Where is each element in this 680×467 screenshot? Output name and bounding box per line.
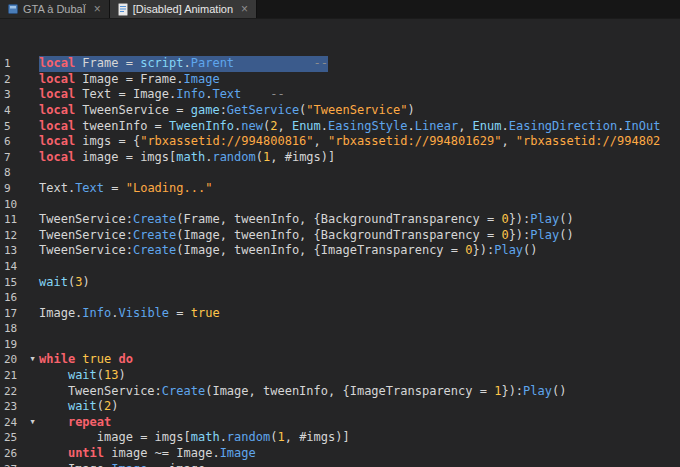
token-p: Image: [111, 462, 147, 467]
token-t: (: [97, 399, 104, 413]
code-line[interactable]: 15wait(3): [0, 275, 680, 291]
line-number: 5: [0, 119, 26, 135]
code-line[interactable]: 1local Frame = script.Parent --: [0, 56, 680, 72]
token-b: math: [191, 430, 220, 444]
fold-spacer: [26, 368, 39, 384]
token-t: (Image, tweenInfo, {ImageTransparency =: [176, 243, 465, 257]
line-number: 10: [0, 197, 26, 213]
token-k: local: [39, 56, 75, 70]
token-t: , #imgs)]: [270, 150, 335, 164]
line-number: 17: [0, 306, 26, 322]
token-p: EasingStyle: [328, 119, 407, 133]
token-t: (Image, tweenInfo, {ImageTransparency =: [205, 384, 494, 398]
token-k: repeat: [68, 415, 111, 429]
token-n: 0: [501, 212, 508, 226]
code-line[interactable]: 17Image.Info.Visible = true: [0, 306, 680, 322]
token-t: (): [523, 243, 537, 257]
code-line[interactable]: 18: [0, 321, 680, 337]
token-p: new: [241, 119, 263, 133]
code-line[interactable]: 19: [0, 337, 680, 353]
token-t: (): [559, 212, 573, 226]
line-number: 7: [0, 150, 26, 166]
line-number: 11: [0, 212, 26, 228]
code-text: local Text = Image.Info.Text --: [39, 87, 285, 103]
code-line[interactable]: 14: [0, 259, 680, 275]
line-number: 23: [0, 399, 26, 415]
code-line[interactable]: 10: [0, 197, 680, 213]
code-line[interactable]: 23 wait(2): [0, 399, 680, 415]
code-line[interactable]: 16: [0, 290, 680, 306]
token-t: TweenService:: [39, 212, 133, 226]
token-p: GetService: [227, 103, 299, 117]
token-t: , #imgs)]: [285, 430, 350, 444]
token-k: while: [39, 352, 75, 366]
token-t: .: [184, 56, 191, 70]
fold-arrow-icon[interactable]: ▼: [26, 352, 39, 368]
code-text: local imgs = {"rbxassetid://994800816", …: [39, 134, 660, 150]
line-number: 8: [0, 165, 26, 181]
token-t: image = imgs[: [39, 430, 191, 444]
tab-close-icon[interactable]: ×: [94, 3, 101, 15]
code-line[interactable]: 2local Image = Frame.Image: [0, 72, 680, 88]
token-s: "Loading...": [126, 181, 213, 195]
code-lines: 1local Frame = script.Parent --2local Im…: [0, 56, 680, 467]
code-line[interactable]: 4local TweenService = game:GetService("T…: [0, 103, 680, 119]
code-text: local image = imgs[math.random(1, #imgs)…: [39, 150, 335, 166]
token-s: "rbxassetid://994801629": [328, 134, 501, 148]
token-b: Enum: [292, 119, 321, 133]
code-text: Image.Info.Visible = true: [39, 306, 220, 322]
token-k: until: [68, 446, 104, 460]
fold-spacer: [26, 462, 39, 467]
code-line[interactable]: 11TweenService:Create(Frame, tweenInfo, …: [0, 212, 680, 228]
place-icon: [8, 4, 18, 14]
token-t: ,: [501, 134, 515, 148]
token-t: imgs = {: [75, 134, 140, 148]
code-line[interactable]: 22 TweenService:Create(Image, tweenInfo,…: [0, 384, 680, 400]
fold-spacer: [26, 87, 39, 103]
line-number: 18: [0, 321, 26, 337]
fold-spacer: [26, 446, 39, 462]
fold-spacer: [26, 275, 39, 291]
tab-0[interactable]: GTA à DubaÏ×: [0, 0, 110, 18]
fold-spacer: [26, 228, 39, 244]
fold-arrow-icon[interactable]: ▼: [26, 415, 39, 431]
tab-1-active[interactable]: [Disabled] Animation×: [110, 0, 257, 18]
code-line[interactable]: 20▼while true do: [0, 352, 680, 368]
code-line[interactable]: 13TweenService:Create(Image, tweenInfo, …: [0, 243, 680, 259]
token-t: Frame =: [75, 56, 140, 70]
token-t: [241, 87, 270, 101]
code-line[interactable]: 26 until image ~= Image.Image: [0, 446, 680, 462]
fold-spacer: [26, 259, 39, 275]
code-editor[interactable]: 1local Frame = script.Parent --2local Im…: [0, 19, 680, 467]
code-text: local tweenInfo = TweenInfo.new(2, Enum.…: [39, 119, 660, 135]
code-line[interactable]: 24▼ repeat: [0, 415, 680, 431]
code-line[interactable]: 12TweenService:Create(Image, tweenInfo, …: [0, 228, 680, 244]
code-line[interactable]: 27 Image.Image = image: [0, 462, 680, 467]
code-line[interactable]: 3local Text = Image.Info.Text --: [0, 87, 680, 103]
code-line[interactable]: 8: [0, 165, 680, 181]
token-t: .: [408, 119, 415, 133]
line-number: 22: [0, 384, 26, 400]
token-t: TweenService =: [75, 103, 191, 117]
fold-spacer: [26, 103, 39, 119]
token-p: Text: [212, 87, 241, 101]
code-line[interactable]: 9Text.Text = "Loading...": [0, 181, 680, 197]
fold-spacer: [26, 212, 39, 228]
token-t: TweenService:: [39, 243, 133, 257]
fold-spacer: [26, 134, 39, 150]
token-t: ,: [277, 119, 291, 133]
code-line[interactable]: 25 image = imgs[math.random(1, #imgs)]: [0, 430, 680, 446]
token-k: local: [39, 87, 75, 101]
code-line[interactable]: 21 wait(13): [0, 368, 680, 384]
code-line[interactable]: 7local image = imgs[math.random(1, #imgs…: [0, 150, 680, 166]
token-t: tweenInfo =: [75, 119, 169, 133]
token-p: InOut: [624, 119, 660, 133]
tab-close-icon[interactable]: ×: [241, 3, 248, 15]
token-p: Info: [176, 87, 205, 101]
code-line[interactable]: 5local tweenInfo = TweenInfo.new(2, Enum…: [0, 119, 680, 135]
token-p: Play: [494, 243, 523, 257]
fold-spacer: [26, 321, 39, 337]
code-line[interactable]: 6local imgs = {"rbxassetid://994800816",…: [0, 134, 680, 150]
code-text: while true do: [39, 352, 133, 368]
code-text: Text.Text = "Loading...": [39, 181, 212, 197]
